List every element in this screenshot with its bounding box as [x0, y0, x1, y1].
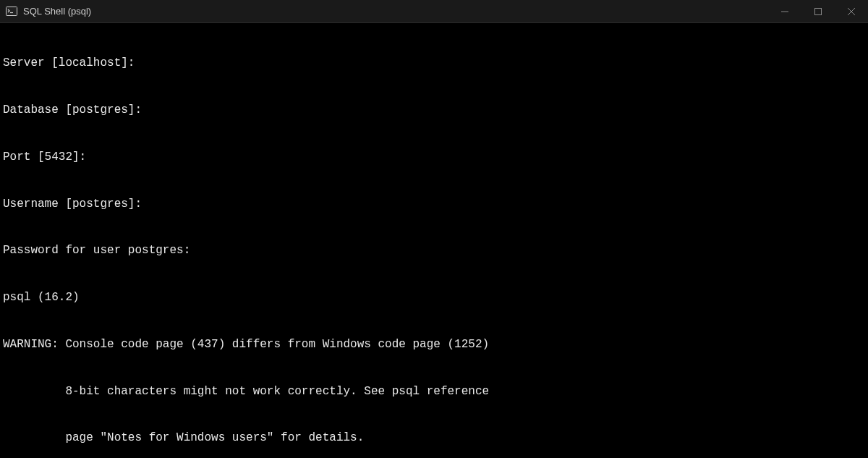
terminal-line: Username [postgres]:: [3, 197, 865, 213]
terminal-icon: [6, 6, 17, 17]
window-title: SQL Shell (psql): [23, 6, 91, 17]
minimize-button[interactable]: [768, 0, 801, 23]
titlebar-left: SQL Shell (psql): [6, 6, 91, 17]
titlebar[interactable]: SQL Shell (psql): [0, 0, 868, 23]
terminal-line: Port [5432]:: [3, 150, 865, 166]
terminal-output[interactable]: Server [localhost]: Database [postgres]:…: [0, 23, 868, 458]
svg-rect-0: [7, 7, 17, 15]
window-controls: [768, 0, 868, 22]
terminal-line: Server [localhost]:: [3, 56, 865, 72]
svg-rect-3: [815, 9, 822, 15]
terminal-line: page "Notes for Windows users" for detai…: [3, 431, 865, 446]
close-button[interactable]: [835, 0, 868, 23]
maximize-button[interactable]: [801, 0, 835, 23]
terminal-line: Password for user postgres:: [3, 243, 865, 259]
window: SQL Shell (psql) Server [localhost]: Dat…: [0, 0, 868, 458]
terminal-line: 8-bit characters might not work correctl…: [3, 384, 865, 400]
terminal-line: WARNING: Console code page (437) differs…: [3, 337, 865, 353]
terminal-line: psql (16.2): [3, 290, 865, 306]
terminal-line: Database [postgres]:: [3, 103, 865, 119]
